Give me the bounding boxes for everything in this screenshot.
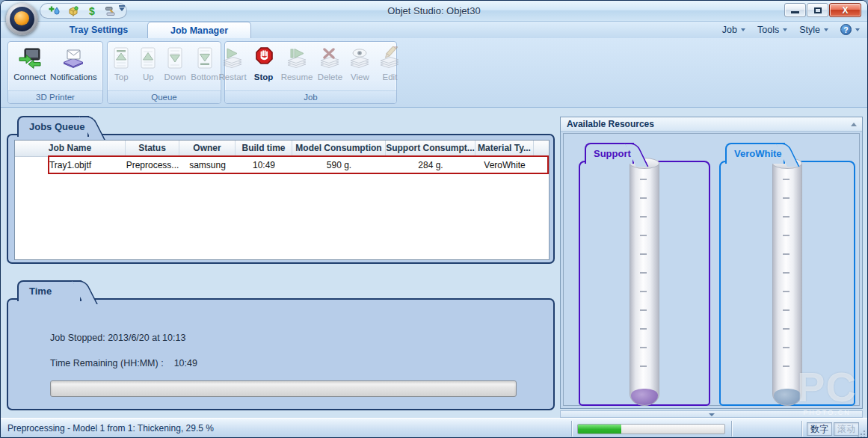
help-button[interactable]: ?: [840, 24, 860, 35]
support-cartridge-cylinder: [630, 158, 659, 406]
jobs-queue-panel: Jobs Queue Job Name Status Owner Build t…: [7, 134, 555, 264]
column-header-build-time[interactable]: Build time: [236, 141, 292, 156]
available-resources-header: Available Resources: [561, 117, 862, 132]
menu-style[interactable]: Style: [799, 25, 828, 35]
column-header-status[interactable]: Status: [126, 141, 179, 156]
time-progress-bar: [50, 380, 517, 397]
edit-button[interactable]: Edit: [375, 43, 404, 81]
time-panel: Time Job Stopped: 2013/6/20 at 10:13 Tim…: [7, 298, 555, 410]
stop-icon: [251, 46, 277, 70]
resource-name: VeroWhite: [734, 148, 782, 159]
collapse-up-icon[interactable]: [851, 123, 857, 126]
stop-button[interactable]: Stop: [249, 43, 279, 81]
column-header-material-type[interactable]: Material Ty...: [475, 141, 534, 156]
application-orb-button[interactable]: [6, 3, 38, 35]
tab-tray-settings[interactable]: Tray Settings: [50, 22, 147, 38]
queue-up-button[interactable]: Up: [135, 43, 161, 81]
chevron-down-icon: [824, 28, 828, 31]
cell-support-consumption: 284 g.: [386, 157, 475, 173]
table-header-row: Job Name Status Owner Build time Model C…: [15, 141, 549, 157]
connect-button[interactable]: Connect: [11, 43, 48, 81]
chevron-down-icon: [783, 28, 787, 31]
column-header-job-name[interactable]: Job Name: [15, 141, 126, 156]
tab-job-manager[interactable]: Job Manager: [147, 22, 251, 38]
resource-name: Support: [594, 148, 631, 159]
ribbon-tab-row: Tray Settings Job Manager Job Tools Styl…: [1, 22, 867, 38]
column-header-support-consumption[interactable]: Support Consumpt...: [386, 141, 475, 156]
queue-top-icon: [110, 46, 132, 70]
app-window: $ Objet Studio: Objet30 X Tray Settings …: [0, 0, 868, 438]
ribbon-group-queue: Top Up: [107, 41, 221, 104]
menubar: Job Tools Style ?: [722, 24, 860, 35]
notifications-icon: [61, 46, 86, 70]
time-panel-title: Time: [29, 286, 52, 297]
delete-icon: [317, 46, 342, 70]
chevron-down-icon: [709, 413, 715, 416]
view-button[interactable]: View: [345, 43, 375, 81]
verowhite-cartridge-cylinder: [772, 158, 802, 406]
cell-build-time: 10:49: [236, 157, 292, 173]
ribbon-group-title: 3D Printer: [8, 90, 102, 103]
queue-down-icon: [164, 46, 186, 70]
resume-button[interactable]: Resume: [279, 43, 316, 81]
job-stopped-text: Job Stopped: 2013/6/20 at 10:13: [50, 333, 185, 343]
cell-owner: samsung: [179, 157, 236, 173]
restart-icon: [220, 46, 245, 70]
resource-tab-verowhite: VeroWhite: [725, 143, 785, 164]
resource-tab-support: Support: [585, 143, 634, 164]
available-resources-title: Available Resources: [567, 119, 654, 129]
status-text: Preprocessing - Model 1 from 1: Thickeni…: [7, 423, 214, 434]
jobs-queue-title: Jobs Queue: [29, 121, 84, 132]
jobs-queue-table: Job Name Status Owner Build time Model C…: [14, 140, 550, 260]
cell-model-consumption: 590 g.: [292, 157, 386, 173]
menu-job[interactable]: Job: [722, 25, 745, 35]
window-controls: X: [784, 3, 861, 17]
num-lock-indicator: 数字: [807, 422, 832, 436]
view-icon: [347, 46, 372, 70]
available-resources-body: Support VeroWhite: [563, 133, 860, 406]
titlebar[interactable]: $ Objet Studio: Objet30 X: [1, 1, 867, 22]
ribbon-group-title: Job: [225, 90, 396, 103]
available-resources-panel: Available Resources Support VeroWhite: [560, 117, 863, 409]
maximize-button[interactable]: [807, 3, 828, 17]
cylinder-scale-ticks: [640, 179, 647, 379]
resources-collapse-strip[interactable]: [560, 410, 863, 418]
time-panel-tab: Time: [17, 280, 81, 301]
status-bar: Preprocessing - Model 1 from 1: Thickeni…: [1, 418, 867, 438]
chevron-down-icon: [855, 28, 860, 31]
edit-icon: [377, 46, 402, 70]
cylinder-scale-ticks: [783, 179, 789, 379]
queue-down-button[interactable]: Down: [161, 43, 188, 81]
column-header-filler: [534, 141, 549, 156]
ribbon: Connect Notifications 3D Printer: [1, 38, 867, 108]
help-icon: ?: [840, 24, 852, 35]
restart-button[interactable]: Restart: [217, 43, 249, 81]
queue-bottom-button[interactable]: Bottom: [188, 43, 220, 81]
close-icon: X: [830, 5, 861, 16]
ribbon-group-job: Restart: [224, 41, 397, 104]
chevron-down-icon: [741, 28, 745, 31]
table-row[interactable]: Tray1.objtf Preprocess... samsung 10:49 …: [15, 157, 549, 173]
cell-material-type: VeroWhite: [475, 157, 534, 173]
resume-icon: [284, 46, 310, 70]
status-progress-bar: [577, 424, 725, 434]
close-button[interactable]: X: [829, 3, 861, 17]
column-header-model-consumption[interactable]: Model Consumption: [292, 141, 386, 156]
queue-bottom-icon: [194, 46, 216, 70]
jobs-queue-panel-tab: Jobs Queue: [17, 116, 89, 137]
minimize-button[interactable]: [784, 3, 806, 17]
notifications-button[interactable]: Notifications: [48, 43, 99, 81]
status-progress-fill: [578, 425, 621, 434]
resize-grip[interactable]: [857, 428, 866, 437]
menu-tools[interactable]: Tools: [757, 25, 787, 35]
delete-button[interactable]: Delete: [315, 43, 345, 81]
queue-up-icon: [137, 46, 159, 70]
minimize-icon: [791, 11, 799, 13]
main-area: Jobs Queue Job Name Status Owner Build t…: [1, 108, 867, 418]
connect-icon: [17, 46, 43, 70]
ribbon-group-title: Queue: [108, 90, 221, 103]
queue-top-button[interactable]: Top: [108, 43, 135, 81]
column-header-owner[interactable]: Owner: [179, 141, 236, 156]
scroll-lock-indicator: 滚动: [834, 422, 859, 436]
window-title: Objet Studio: Objet30: [1, 1, 867, 21]
